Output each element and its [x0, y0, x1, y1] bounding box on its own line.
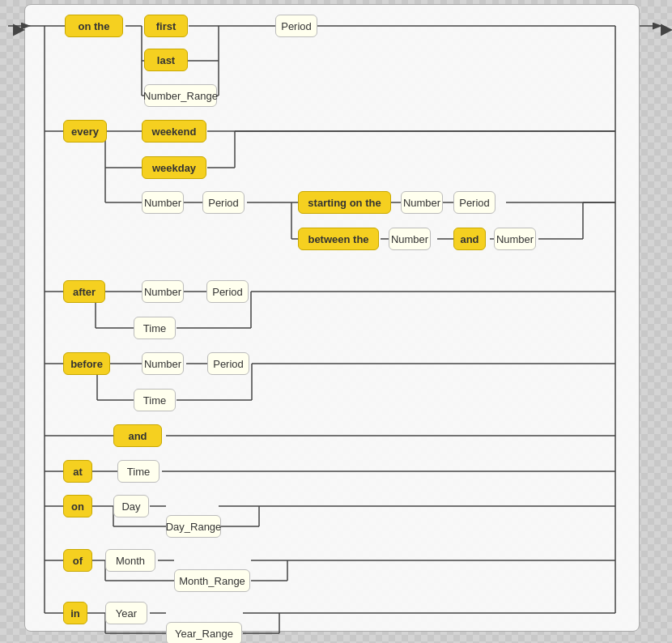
number3-token[interactable]: Number	[389, 228, 431, 250]
year-range-token[interactable]: Year_Range	[166, 622, 242, 643]
on-token[interactable]: on	[63, 495, 92, 517]
in-token[interactable]: in	[63, 602, 87, 624]
first-token[interactable]: first	[144, 15, 188, 37]
entry-arrow: ▶	[6, 18, 31, 40]
number-range-token[interactable]: Number_Range	[144, 84, 217, 107]
on-the-token[interactable]: on the	[65, 15, 123, 37]
starting-on-the-token[interactable]: starting on the	[298, 191, 391, 214]
number5-token[interactable]: Number	[142, 280, 184, 303]
time2-token[interactable]: Time	[134, 389, 176, 411]
number2-token[interactable]: Number	[401, 191, 443, 214]
exit-arrow: ▶	[654, 18, 672, 40]
last-token[interactable]: last	[144, 49, 188, 71]
period4-token[interactable]: Period	[206, 280, 249, 303]
period1-token[interactable]: Period	[275, 15, 317, 37]
diagram-container: ▶ ▶ on the first Period last Number_Rang…	[0, 0, 672, 643]
day-token[interactable]: Day	[113, 495, 149, 517]
period3-token[interactable]: Period	[453, 191, 495, 214]
of-token[interactable]: of	[63, 549, 92, 572]
time3-token[interactable]: Time	[117, 460, 159, 483]
number4-token[interactable]: Number	[494, 228, 536, 250]
year-token[interactable]: Year	[105, 602, 147, 624]
month-token[interactable]: Month	[105, 549, 155, 572]
main-box	[24, 4, 640, 632]
between-the-token[interactable]: between the	[298, 228, 379, 250]
and1-token[interactable]: and	[453, 228, 486, 250]
month-range-token[interactable]: Month_Range	[174, 569, 250, 592]
period2-token[interactable]: Period	[202, 191, 245, 214]
before-token[interactable]: before	[63, 352, 110, 375]
number1-token[interactable]: Number	[142, 191, 184, 214]
at-token[interactable]: at	[63, 460, 92, 483]
and2-token[interactable]: and	[113, 424, 162, 447]
after-token[interactable]: after	[63, 280, 105, 303]
weekend-token[interactable]: weekend	[142, 120, 206, 143]
period5-token[interactable]: Period	[207, 352, 249, 375]
time1-token[interactable]: Time	[134, 317, 176, 339]
every-token[interactable]: every	[63, 120, 107, 143]
number6-token[interactable]: Number	[142, 352, 184, 375]
weekday-token[interactable]: weekday	[142, 156, 206, 179]
day-range-token[interactable]: Day_Range	[166, 515, 221, 538]
